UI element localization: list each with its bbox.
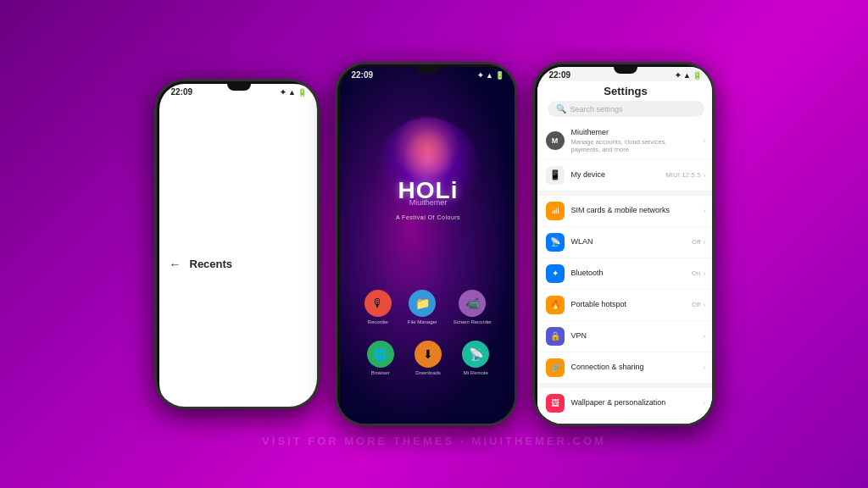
settings-section-connectivity: 📶 SIM cards & mobile networks › 📡 WLAN O… (537, 196, 715, 383)
lockscreen-splash2 (392, 114, 460, 181)
app-icons-row2: 🌐 Browser ⬇ Downloads 📡 Mi Remote (340, 341, 517, 375)
settings-item-sim[interactable]: 📶 SIM cards & mobile networks › (537, 196, 715, 227)
app-file-manager[interactable]: 📁 File Manager (408, 290, 437, 324)
settings-item-vpn[interactable]: 🔒 VPN › (537, 321, 715, 352)
settings-item-wlan[interactable]: 📡 WLAN Off› (537, 227, 715, 258)
vpn-icon: 🔒 (546, 327, 565, 346)
mydevice-label: My device (571, 170, 659, 180)
vpn-label: VPN (571, 331, 697, 341)
back-button[interactable]: ← (170, 258, 181, 271)
status-icons-1: ✦ ▲ 🔋 (280, 88, 308, 97)
settings-title: Settings (548, 85, 704, 101)
status-icons-3: ✦ ▲ 🔋 (675, 71, 703, 80)
status-icons-2: ✦ ▲ 🔋 (477, 71, 505, 80)
time-1: 22:09 (171, 87, 193, 97)
settings-item-miuithemer[interactable]: M Miuithemer Manage accounts, cloud serv… (537, 122, 715, 160)
chevron-wallpaper: › (704, 399, 706, 408)
hotspot-label: Portable hotspot (571, 300, 685, 310)
lockscreen-brand: Miuithemer (409, 198, 448, 207)
settings-item-aod[interactable]: 🔒 Always-on display & Lock screen › (537, 419, 715, 426)
hotspot-status: Off (692, 301, 701, 308)
miuithemer-label: Miuithemer (571, 128, 697, 138)
bluetooth-label: Bluetooth (571, 269, 685, 279)
app-browser-label: Browser (371, 370, 390, 375)
chevron-miuithemer: › (704, 136, 706, 145)
wallpaper-label: Wallpaper & personalization (571, 398, 697, 408)
notch-3 (614, 67, 637, 74)
miuithemer-icon: M (546, 131, 565, 150)
wlan-icon: 📡 (546, 233, 565, 252)
wallpaper-icon: 🖼 (546, 394, 565, 413)
bluetooth-status: On (692, 269, 701, 277)
settings-header: Settings 🔍 Search settings (537, 81, 715, 122)
recents-title: Recents (190, 258, 233, 270)
app-downloads[interactable]: ⬇ Downloads (415, 341, 442, 375)
miuithemer-sublabel: Manage accounts, cloud services, payment… (571, 138, 697, 153)
settings-list: M Miuithemer Manage accounts, cloud serv… (537, 122, 715, 426)
app-browser[interactable]: 🌐 Browser (367, 341, 394, 375)
search-icon: 🔍 (556, 104, 566, 114)
phone-settings: 22:09 ✦ ▲ 🔋 Settings 🔍 Search settings (532, 62, 715, 426)
app-downloads-label: Downloads (415, 370, 441, 375)
mydevice-icon: 📱 (546, 166, 565, 185)
wlan-status: Off (692, 238, 701, 246)
sim-label: SIM cards & mobile networks (571, 206, 697, 216)
watermark: VISIT FOR MORE THEMES - MIUITHEMER.COM (262, 435, 606, 447)
bluetooth-icon: ✦ (546, 264, 565, 283)
aod-icon: 🔒 (546, 425, 565, 426)
connection-icon: 🔗 (546, 358, 565, 377)
settings-item-bluetooth[interactable]: ✦ Bluetooth On› (537, 258, 715, 290)
chevron-sim: › (704, 207, 706, 215)
settings-section-personalization: 🖼 Wallpaper & personalization › 🔒 Always… (537, 388, 715, 426)
miuithemer-text: Miuithemer Manage accounts, cloud servic… (571, 128, 697, 153)
app-mi-remote-label: Mi Remote (464, 370, 488, 375)
search-input[interactable]: Search settings (570, 105, 623, 114)
search-bar[interactable]: 🔍 Search settings (548, 101, 704, 117)
mydevice-text: My device (571, 170, 659, 180)
mydevice-version: MIUI 12.5.5 › (665, 171, 705, 180)
connection-label: Connection & sharing (571, 363, 697, 373)
app-file-manager-label: File Manager (408, 319, 437, 324)
time-2: 22:09 (352, 70, 374, 80)
wlan-label: WLAN (571, 237, 685, 247)
hotspot-icon: 🔥 (546, 296, 565, 314)
chevron-connection: › (704, 363, 706, 372)
settings-section-account: M Miuithemer Manage accounts, cloud serv… (537, 122, 715, 191)
chevron-vpn: › (704, 332, 706, 341)
notch-1 (227, 84, 251, 91)
lockscreen-subtitle: A Festival Of Colours (396, 214, 460, 220)
phone-lockscreen: 22:09 ✦ ▲ 🔋 HOLi Miuithemer A Festival O… (335, 62, 517, 426)
notch-2 (416, 67, 440, 74)
settings-item-connection[interactable]: 🔗 Connection & sharing › (537, 352, 715, 383)
app-icons-row1: 🎙 Recorder 📁 File Manager 📹 Screen Recor… (340, 290, 517, 324)
settings-item-mydevice[interactable]: 📱 My device MIUI 12.5.5 › (537, 160, 715, 191)
app-screen-recorder-label: Screen Recorder (453, 319, 492, 324)
settings-item-wallpaper[interactable]: 🖼 Wallpaper & personalization › (537, 388, 715, 419)
app-screen-recorder[interactable]: 📹 Screen Recorder (453, 290, 492, 324)
phones-container: 22:09 ✦ ▲ 🔋 ← Recents New contact Add to… (154, 62, 715, 426)
time-3: 22:09 (549, 70, 571, 80)
phone-dialer: 22:09 ✦ ▲ 🔋 ← Recents New contact Add to… (154, 79, 320, 409)
app-recorder[interactable]: 🎙 Recorder (364, 290, 392, 324)
app-mi-remote[interactable]: 📡 Mi Remote (462, 341, 489, 375)
settings-item-hotspot[interactable]: 🔥 Portable hotspot Off› (537, 290, 715, 321)
app-recorder-label: Recorder (368, 319, 389, 324)
sim-icon: 📶 (546, 202, 565, 220)
